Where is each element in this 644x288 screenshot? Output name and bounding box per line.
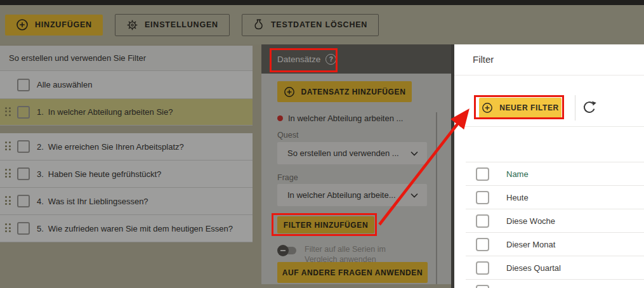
- filter-row-label: Diese Woche: [506, 216, 555, 226]
- filter-checkbox[interactable]: [476, 214, 489, 228]
- filter-checkbox[interactable]: [476, 261, 489, 275]
- filter-row-dieses-jahr[interactable]: Dieses Jahr: [466, 279, 644, 288]
- filter-checkbox[interactable]: [476, 191, 489, 204]
- filter-row-label: Heute: [506, 193, 529, 202]
- divider: [454, 126, 644, 127]
- filter-drawer-title: Filter: [473, 54, 494, 65]
- filter-checkbox[interactable]: [476, 285, 489, 288]
- modal-backdrop: [454, 0, 644, 44]
- divider: [454, 75, 644, 75]
- new-filter-button-label: NEUER FILTER: [499, 103, 559, 112]
- filter-row-dieses-quartal[interactable]: Dieses Quartal: [466, 256, 644, 279]
- filter-table-header-row[interactable]: Name: [466, 162, 644, 185]
- filter-select-all-checkbox[interactable]: [476, 167, 489, 181]
- filter-row-label: Dieser Monat: [506, 240, 555, 249]
- filter-table-header-name: Name: [506, 169, 529, 179]
- divider: [575, 95, 575, 121]
- app-window: HINZUFÜGEN EINSTELLUNGEN TESTDATEN LÖSCH…: [0, 0, 644, 288]
- plus-circle-icon: [482, 102, 493, 114]
- filter-row-heute[interactable]: Heute: [466, 185, 644, 209]
- new-filter-button[interactable]: NEUER FILTER: [479, 98, 562, 118]
- filter-checkbox[interactable]: [476, 238, 489, 251]
- filter-row-label: Dieses Quartal: [506, 263, 561, 273]
- modal-backdrop: [0, 0, 454, 288]
- filter-table: Name Heute Diese Woche Dieser Monat Dies…: [454, 162, 644, 288]
- filter-row-diese-woche[interactable]: Diese Woche: [466, 209, 644, 232]
- filter-drawer: Filter NEUER FILTER Name Heute Diese: [454, 44, 644, 288]
- refresh-icon[interactable]: [581, 98, 598, 116]
- filter-row-dieser-monat[interactable]: Dieser Monat: [466, 232, 644, 256]
